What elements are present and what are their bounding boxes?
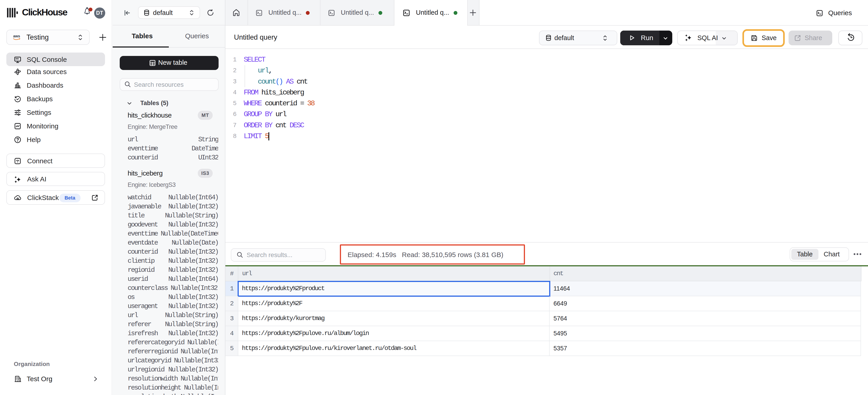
svg-text:aws: aws bbox=[13, 34, 20, 38]
